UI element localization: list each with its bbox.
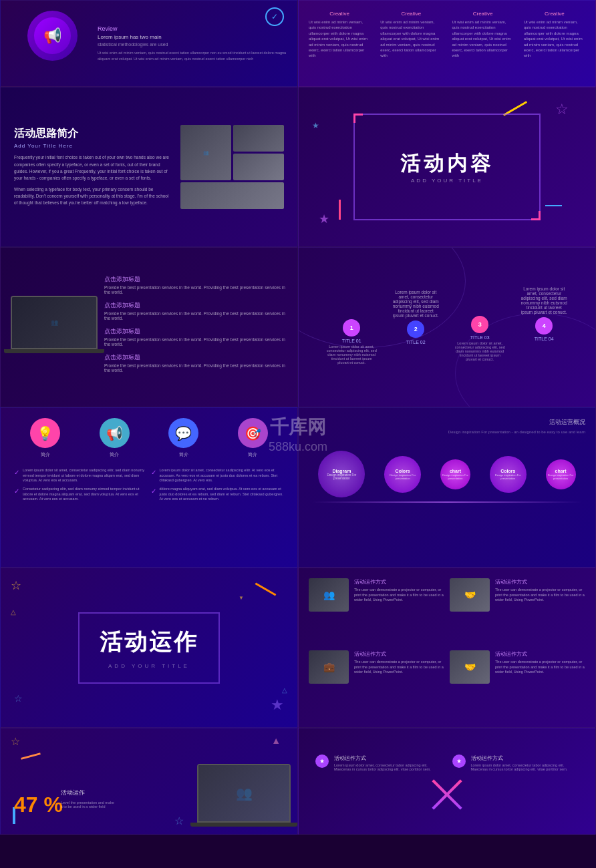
laptop-base — [4, 349, 104, 353]
node3-circle: 3 — [471, 316, 488, 333]
s52-photo-3: 💼 — [309, 650, 349, 684]
slide61-label: 活动运作 — [61, 789, 85, 797]
deco-triangle-3: ▼ — [239, 595, 244, 601]
bullets-container: ✓ Lorem ipsum dolor sit amet, consectetu… — [11, 468, 287, 502]
s62-title-right: 活动运作方式 — [471, 754, 579, 762]
slide21-body2: When selecting a typeface for body text,… — [14, 186, 170, 207]
photo-1: 👥 — [180, 125, 231, 180]
slide42-title: 活动运营概况 — [309, 418, 585, 427]
deco-line-3 — [545, 205, 562, 206]
bubble-sublabel-5: Design inspiration For presentation — [548, 473, 574, 480]
node4-title: TITLE 04 — [535, 337, 554, 341]
slide21-text: 活动思路简介 Add Your Title Here Frequently yo… — [14, 127, 170, 207]
deco-star-2: ★ — [319, 212, 329, 226]
laptop-base-2 — [190, 823, 297, 827]
icon-circle-3: 💬 — [168, 418, 198, 448]
s62-left-item: ★ 活动运作方式 Lorem ipsum dolor amet, consect… — [315, 754, 442, 771]
s52-item-4: 🤝 活动运作方式 The user can demonstrate a proj… — [450, 650, 585, 717]
check-4: ✓ — [151, 487, 156, 495]
node3-body: Lorem ipsum dolor sit amet, consectetur … — [455, 341, 505, 361]
checkmark-icon: ✓ — [265, 7, 284, 26]
bullet-2: ✓ Lorem ipsum dolor sit amet, consectetu… — [151, 468, 285, 483]
s52-item-1: 👥 活动运作方式 The user can demonstrate a proj… — [309, 578, 444, 645]
icon-label-2: 简介 — [110, 451, 119, 458]
node2-text-above: Lorem ipsum dolor sit amet, consectetur … — [392, 290, 439, 318]
node4-text-above: Lorem ipsum dolor sit amet, consectetur … — [520, 286, 567, 314]
s52-text-1: 活动运作方式 The user can demonstrate a projec… — [354, 578, 444, 603]
slide11-content: Review Lorem ipsum has two main statisti… — [98, 25, 287, 61]
slide21-body1: Frequently your initial font choice is t… — [14, 154, 170, 182]
bubble-2: Colors Design inspiration For presentati… — [384, 456, 421, 493]
slide22-title-cn: 活动内容 — [400, 150, 494, 178]
s52-text-4: 活动运作方式 The user can demonstrate a projec… — [495, 650, 585, 675]
deco-star-yellow-1: ☆ — [11, 578, 21, 593]
deco-bar-o — [21, 752, 41, 760]
corner-br — [531, 211, 541, 220]
slide61-laptop: 👥 — [197, 764, 291, 831]
slide11-title: Lorem ipsum has two main — [98, 34, 287, 40]
deco-star-b1: ☆ — [174, 815, 184, 827]
slide31-item-1: 点击添加标题 Provide the best presentation ser… — [104, 275, 287, 294]
node1-title: TITLE 01 — [342, 339, 361, 343]
node1-body: Lorem ipsum dolor sit amet, consectetur … — [327, 345, 377, 365]
connect-line — [312, 501, 582, 503]
icon-item-2: 📢 简介 — [100, 418, 130, 458]
s62-body-right: Lorem ipsum dolor amet, consectetur tabo… — [471, 763, 579, 771]
s52-item-3: 💼 活动运作方式 The user can demonstrate a proj… — [309, 650, 444, 717]
photo-4 — [180, 182, 284, 209]
s52-text-3: 活动运作方式 The user can demonstrate a projec… — [354, 650, 444, 675]
flow-diagram: 1 TITLE 01 Lorem ipsum dolor sit amet, c… — [312, 261, 582, 393]
slide-row5-col1: ☆ ★ ☆ △ △ ▼ 活动运作 ADD YOUR TITLE — [0, 568, 298, 728]
icon-label-4: 简介 — [248, 451, 257, 458]
slide-row1-col1: 📢 ✓ Review Lorem ipsum has two main stat… — [0, 0, 298, 87]
slide21-title-en: Add Your Title Here — [14, 143, 170, 149]
creative-body-1: Ut wisi enim ad minim veniam, quis nostr… — [309, 19, 370, 59]
check-3: ✓ — [14, 487, 19, 495]
slide11-body: Ut wisi enim ad minim veniam, quis nostr… — [98, 50, 287, 61]
slide31-laptop: 👥 — [11, 296, 98, 359]
slide21-title-cn: 活动思路简介 — [14, 127, 170, 141]
slide31-item-4: 点击添加标题 Provide the best presentation ser… — [104, 353, 287, 373]
flow-node-4: Lorem ipsum dolor sit amet, consectetur … — [520, 286, 567, 341]
icons-row: 💡 简介 📢 简介 💬 简介 🎯 简介 — [11, 418, 287, 458]
corner-tl — [353, 114, 363, 123]
icon-circle-1: 💡 — [30, 418, 60, 448]
slide61-percent: 47 % — [14, 793, 63, 817]
slide31-item-2: 点击添加标题 Provide the best presentation ser… — [104, 301, 287, 320]
bubble-label-2: Colors — [396, 469, 410, 473]
item2-body: Provide the best presentation services i… — [104, 311, 287, 320]
slide21-photos: 👥 — [180, 125, 284, 209]
megaphone-icon: 📢 — [34, 17, 71, 54]
slide-row5-col2: 👥 活动运作方式 The user can demonstrate a proj… — [298, 568, 596, 728]
bubble-label-3: chart — [450, 469, 461, 473]
s62-dot-2: ★ — [452, 754, 466, 768]
item3-title: 点击添加标题 — [104, 327, 287, 336]
check-1: ✓ — [14, 469, 19, 476]
slide62-content: ★ 活动运作方式 Lorem ipsum dolor amet, consect… — [305, 744, 589, 818]
item1-title: 点击添加标题 — [104, 275, 287, 284]
slide-row6-col1: ☆ ▲ ☆ 47 % 活动运作 Level the presentation a… — [0, 728, 298, 835]
bubbles-row: Diagram Design inspiration For presentat… — [309, 444, 585, 504]
bubble-5: chart Design inspiration For presentatio… — [546, 459, 576, 489]
s52-body-2: The user can demonstrate a projector or … — [495, 588, 585, 603]
creative-col-3: Creative Ut wisi enim ad minim veniam, q… — [449, 7, 517, 79]
s62-dot-1: ★ — [315, 754, 329, 768]
s52-title-2: 活动运作方式 — [495, 578, 585, 586]
bubble-label-5: chart — [555, 469, 567, 473]
slide42-subtitle: Design inspiration For presentation - an… — [309, 430, 585, 434]
creative-header-3: Creative — [452, 11, 514, 17]
bubble-sublabel-1: Design inspiration For presentation — [327, 473, 357, 480]
deco-star-1: ☆ — [555, 101, 569, 118]
bubble-3: chart Design inspiration For presentatio… — [440, 459, 470, 489]
creative-col-4: Creative Ut wisi enim ad minim veniam, q… — [520, 7, 589, 79]
photo-2 — [233, 125, 284, 152]
bullet-text-2: Lorem ipsum dolor sit amet, consectetur … — [160, 468, 285, 483]
node1-circle: 1 — [343, 319, 360, 337]
item1-body: Provide the best presentation services i… — [104, 285, 287, 294]
s52-title-1: 活动运作方式 — [354, 578, 444, 586]
icon-label-3: 简介 — [179, 451, 188, 458]
node3-title: TITLE 03 — [470, 335, 490, 340]
creative-col-2: Creative Ut wisi enim ad minim veniam, q… — [377, 7, 445, 79]
bullet-text-1: Lorem ipsum dolor sit amet, consectetur … — [23, 468, 148, 483]
x-deco — [315, 781, 579, 808]
